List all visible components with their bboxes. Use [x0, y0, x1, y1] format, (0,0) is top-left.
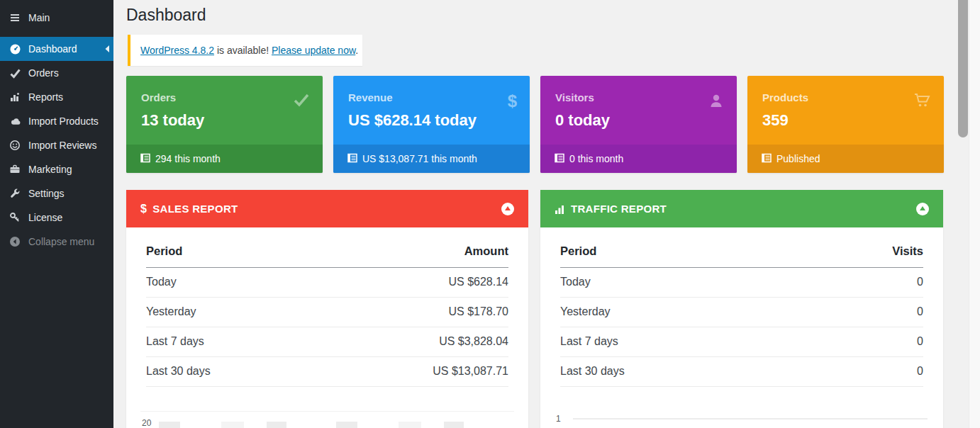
sidebar-item-label: Dashboard [28, 43, 77, 55]
sidebar-item-marketing[interactable]: Marketing [0, 157, 113, 181]
sidebar-item-label: Main [28, 12, 50, 23]
sidebar-item-label: Import Reviews [28, 140, 96, 151]
column-header-visits: Visits [805, 233, 923, 268]
axis-tick-label: 1 [556, 414, 561, 424]
sidebar-item-label: Settings [28, 188, 65, 199]
sidebar-item-label: License [28, 212, 62, 223]
collapse-toggle-button[interactable] [501, 203, 514, 215]
check-icon [293, 93, 310, 110]
card-value: 13 today [141, 111, 204, 130]
sidebar-item-reports[interactable]: Reports [0, 85, 113, 109]
orders-card: Orders 13 today 294 this month [126, 76, 323, 173]
card-value: 359 [762, 111, 789, 130]
update-now-link[interactable]: Please update now [272, 45, 355, 56]
card-footer: US $13,087.71 this month [333, 145, 530, 173]
card-footer: 294 this month [126, 145, 323, 173]
dollar-icon: $ [508, 93, 517, 110]
cloud-icon [9, 115, 21, 128]
menu-icon [9, 11, 21, 24]
sidebar-item-license[interactable]: License [0, 205, 113, 230]
card-label: Revenue [348, 91, 393, 103]
card-label: Products [762, 91, 808, 103]
card-footer: Published [747, 145, 944, 173]
table-row: Today 0 [560, 268, 923, 298]
list-icon [555, 153, 564, 165]
visitors-card: Visitors 0 today 0 this month [540, 76, 737, 173]
chart-gridline [573, 418, 928, 419]
wordpress-version-link[interactable]: WordPress 4.8.2 [140, 45, 214, 56]
sales-table: Period Amount Today US $628.14 Yesterday… [146, 233, 508, 387]
page-title: Dashboard [126, 6, 206, 25]
axis-tick-label: 20 [142, 418, 151, 428]
briefcase-icon [9, 163, 21, 176]
table-row: Yesterday US $178.70 [146, 298, 508, 327]
sidebar-item-orders[interactable]: Orders [0, 61, 113, 85]
chart-icon [9, 91, 21, 103]
card-value: 0 today [555, 111, 610, 130]
list-icon [347, 153, 357, 165]
key-icon [9, 211, 21, 224]
sidebar-item-collapse-menu[interactable]: Collapse menu [0, 230, 113, 254]
dollar-icon: $ [140, 203, 147, 215]
column-header-period: Period [560, 233, 805, 268]
stat-cards-row: Orders 13 today 294 this month Revenue U… [126, 76, 944, 173]
sidebar-item-main[interactable]: Main [0, 6, 113, 30]
sales-report-panel: $ SALES REPORT Period Amount Today US $6… [126, 190, 528, 428]
card-footer: 0 this month [540, 145, 737, 173]
card-label: Orders [141, 91, 176, 103]
traffic-report-header: TRAFFIC REPORT [540, 190, 943, 227]
person-icon [708, 93, 724, 111]
bar-chart-icon [555, 204, 565, 214]
column-header-period: Period [146, 233, 313, 268]
traffic-table: Period Visits Today 0 Yesterday 0 Last 7… [560, 233, 923, 387]
products-card: Products 359 Published [747, 76, 944, 173]
sidebar-item-label: Reports [28, 91, 63, 103]
table-row: Today US $628.14 [146, 268, 508, 298]
table-row: Yesterday 0 [560, 298, 923, 327]
card-label: Visitors [555, 91, 594, 103]
traffic-report-panel: TRAFFIC REPORT Period Visits Today 0 [540, 190, 943, 428]
panel-title: TRAFFIC REPORT [571, 203, 667, 215]
chart-bars-partial [159, 422, 513, 428]
list-icon [762, 153, 772, 165]
caret-up-icon [920, 206, 925, 210]
sidebar-item-import-reviews[interactable]: Import Reviews [0, 133, 113, 157]
caret-up-icon [505, 206, 511, 210]
wrench-icon [9, 187, 21, 200]
collapse-toggle-button[interactable] [916, 203, 929, 215]
sidebar-item-import-products[interactable]: Import Products [0, 109, 113, 133]
traffic-chart-cutoff: 1 [555, 411, 929, 428]
table-row: Last 7 days 0 [560, 327, 923, 357]
revenue-card: Revenue US $628.14 today $ US $13,087.71… [333, 76, 530, 173]
sidebar-item-label: Collapse menu [28, 236, 94, 247]
dashboard-icon [9, 43, 21, 55]
chevron-left-icon [104, 44, 111, 54]
column-header-amount: Amount [313, 233, 508, 268]
check-icon [9, 67, 21, 79]
dashboard-page: Main Dashboard Orders Reports [0, 0, 980, 428]
collapse-icon [9, 235, 21, 248]
table-row: Last 30 days US $13,087.71 [146, 357, 508, 387]
sidebar: Main Dashboard Orders Reports [0, 0, 113, 428]
sidebar-item-label: Marketing [28, 164, 72, 175]
scrollbar-thumb[interactable] [958, 0, 968, 137]
sales-chart-cutoff: 20 [140, 411, 514, 428]
traffic-report-body: Period Visits Today 0 Yesterday 0 Last 7… [540, 227, 943, 428]
card-value: US $628.14 today [348, 111, 477, 130]
list-icon [140, 153, 150, 165]
sidebar-item-settings[interactable]: Settings [0, 181, 113, 205]
sidebar-item-dashboard[interactable]: Dashboard [0, 37, 113, 61]
panel-title: SALES REPORT [152, 203, 238, 215]
scrollbar-track[interactable] [969, 0, 980, 428]
sidebar-item-label: Import Products [28, 116, 99, 127]
table-row: Last 7 days US $3,828.04 [146, 327, 508, 357]
update-notice: WordPress 4.8.2 is available! Please upd… [128, 35, 362, 66]
smiley-icon [9, 139, 21, 152]
sidebar-item-label: Orders [28, 67, 59, 79]
cart-icon [914, 93, 931, 111]
update-notice-text: WordPress 4.8.2 is available! Please upd… [140, 45, 358, 56]
sales-report-body: Period Amount Today US $628.14 Yesterday… [126, 227, 528, 428]
table-row: Last 30 days 0 [560, 357, 923, 387]
sales-report-header: $ SALES REPORT [126, 190, 528, 227]
